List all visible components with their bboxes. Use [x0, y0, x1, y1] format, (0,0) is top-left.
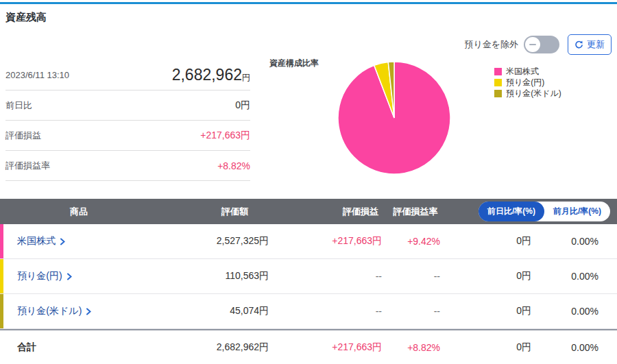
chevron-right-icon — [86, 308, 91, 315]
legend-label: 預り金(円) — [506, 78, 544, 87]
product-name: 預り金(米ドル) — [17, 305, 82, 317]
cell-pl: -- — [274, 271, 385, 282]
legend-swatch — [494, 90, 502, 97]
top-accent-line — [0, 2, 617, 4]
allocation-pie-chart — [336, 60, 452, 176]
header-value: 評価額 — [158, 206, 274, 218]
cell-value: 110,563円 — [158, 270, 274, 282]
toggle-minus-icon — [529, 44, 536, 45]
total-asset-amount: 2,682,962円 — [172, 66, 250, 84]
table-row: 預り金(円)110,563円----0円0.00% — [0, 259, 617, 294]
cell-value: 45,074円 — [158, 305, 274, 317]
cell-pl_rate: -- — [385, 271, 446, 282]
table-row: 預り金(米ドル)45,074円----0円0.00% — [0, 294, 617, 329]
controls-bar: 預り金を除外 更新 — [464, 34, 612, 55]
refresh-label: 更新 — [587, 38, 605, 51]
summary-row-value: +8.82% — [217, 160, 250, 171]
product-link[interactable]: 預り金(円) — [0, 270, 158, 282]
cell-day_change: 0円 — [446, 270, 536, 282]
cell-day_rate: 0.00% — [536, 306, 603, 317]
refresh-button[interactable]: 更新 — [568, 34, 612, 55]
table-header-row: 商品 評価額 評価損益 評価損益率 前日比/率(%) 前月比/率(%) — [0, 199, 617, 224]
summary-panel: 2023/6/11 13:10 2,682,962円 前日比0円評価損益+217… — [5, 60, 250, 181]
cell-value: 2,527,325円 — [158, 235, 274, 247]
cell-day_change: 0円 — [446, 235, 536, 247]
cell-pl_rate: +9.42% — [385, 236, 446, 247]
cell-pl: -- — [274, 306, 385, 317]
chart-legend: 米国株式預り金(円)預り金(米ドル) — [494, 67, 561, 98]
cell-day_change: 0円 — [446, 305, 536, 317]
summary-row-label: 評価損益 — [5, 130, 41, 142]
exclude-deposits-label: 預り金を除外 — [464, 38, 518, 51]
toggle-knob — [525, 37, 540, 52]
legend-swatch — [494, 79, 502, 86]
summary-row: 前日比0円 — [5, 90, 250, 121]
total-day_rate: 0.00% — [536, 342, 603, 353]
summary-row: 評価損益率+8.82% — [5, 151, 250, 181]
holdings-table: 商品 評価額 評価損益 評価損益率 前日比/率(%) 前月比/率(%) 米国株式… — [0, 199, 617, 364]
total-day_change: 0円 — [446, 341, 536, 354]
summary-rows: 前日比0円評価損益+217,663円評価損益率+8.82% — [5, 90, 250, 181]
total-label: 合計 — [0, 341, 158, 354]
daily-rate-tab[interactable]: 前日比/率(%) — [479, 202, 544, 221]
summary-row: 評価損益+217,663円 — [5, 121, 250, 151]
legend-item: 預り金(円) — [494, 78, 561, 87]
table-row: 米国株式2,527,325円+217,663円+9.42%0円0.00% — [0, 224, 617, 259]
cell-day_rate: 0.00% — [536, 236, 603, 247]
legend-label: 預り金(米ドル) — [506, 89, 561, 98]
page-title: 資産残高 — [5, 11, 47, 24]
cell-day_rate: 0.00% — [536, 271, 603, 282]
summary-header-row: 2023/6/11 13:10 2,682,962円 — [5, 60, 250, 90]
summary-row-label: 前日比 — [5, 99, 32, 112]
summary-row-value: 0円 — [235, 99, 250, 112]
chevron-right-icon — [60, 238, 65, 245]
total-value: 2,682,962円 — [158, 341, 274, 354]
header-product: 商品 — [0, 206, 158, 218]
summary-row-label: 評価損益率 — [5, 160, 50, 172]
chevron-right-icon — [67, 273, 72, 280]
product-name: 米国株式 — [17, 235, 56, 247]
timestamp: 2023/6/11 13:10 — [5, 70, 69, 80]
total-pl: +217,663円 — [274, 341, 385, 354]
rate-period-toggle: 前日比/率(%) 前月比/率(%) — [479, 202, 610, 221]
legend-item: 米国株式 — [494, 67, 561, 76]
summary-row-value: +217,663円 — [200, 130, 250, 142]
table-body: 米国株式2,527,325円+217,663円+9.42%0円0.00%預り金(… — [0, 224, 617, 364]
header-pl-rate: 評価損益率 — [385, 206, 446, 218]
legend-swatch — [494, 68, 502, 75]
exclude-deposits-toggle[interactable] — [524, 36, 559, 53]
product-name: 預り金(円) — [17, 270, 62, 282]
total-name: 合計 — [17, 341, 36, 354]
cell-pl: +217,663円 — [274, 235, 385, 247]
monthly-rate-tab[interactable]: 前月比/率(%) — [544, 202, 610, 221]
refresh-icon — [574, 40, 583, 49]
asset-balance-page: 資産残高 預り金を除外 更新 2023/6/11 13:10 2,682,962… — [0, 0, 617, 364]
table-total-row: 合計2,682,962円+217,663円+8.82%0円0.00% — [0, 329, 617, 364]
chart-title: 資産構成比率 — [269, 58, 319, 69]
legend-item: 預り金(米ドル) — [494, 89, 561, 98]
legend-label: 米国株式 — [506, 67, 539, 76]
header-pl: 評価損益 — [274, 206, 385, 218]
total-pl_rate: +8.82% — [385, 342, 446, 353]
product-link[interactable]: 米国株式 — [0, 235, 158, 247]
cell-pl_rate: -- — [385, 306, 446, 317]
product-link[interactable]: 預り金(米ドル) — [0, 305, 158, 317]
